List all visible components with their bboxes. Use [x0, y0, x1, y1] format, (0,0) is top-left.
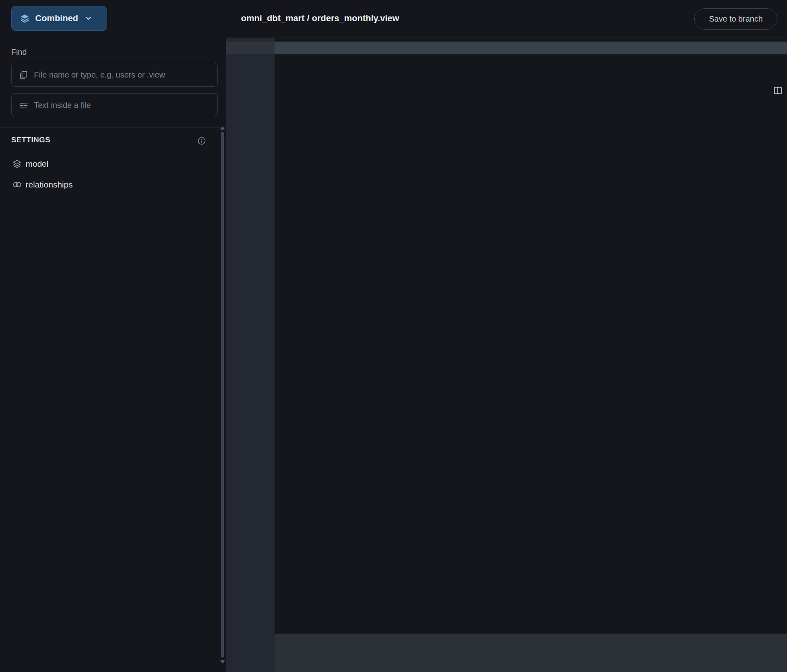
- app-root: Combined Find SETTINGSmodelrelationships: [0, 0, 787, 672]
- file-search-field: [11, 63, 218, 87]
- text-lines-icon: [18, 100, 29, 111]
- sidebar-item-relationships[interactable]: relationships: [0, 175, 220, 195]
- find-label: Find: [11, 48, 27, 57]
- text-search-input[interactable]: [12, 94, 217, 117]
- file-copy-icon: [18, 70, 29, 80]
- section-header-settings: SETTINGS: [11, 136, 50, 144]
- link-icon: [12, 179, 22, 190]
- page-title: omni_dbt_mart / orders_monthly.view: [241, 13, 399, 24]
- divider: [0, 39, 226, 39]
- editor-gutter: [226, 38, 275, 672]
- divider: [0, 128, 226, 128]
- main-pane: omni_dbt_mart / orders_monthly.view Save…: [226, 0, 787, 672]
- readonly-region-highlight: [275, 634, 787, 672]
- sidebar-item-model[interactable]: model: [0, 154, 220, 174]
- sidebar-item-relationships-label: relationships: [26, 180, 73, 189]
- layers-icon: [20, 13, 30, 24]
- comment-line-highlight: [275, 42, 787, 54]
- book-icon[interactable]: [772, 85, 784, 96]
- sidebar-scrollbar[interactable]: [221, 132, 224, 658]
- active-line-gutter: [226, 42, 275, 54]
- editor-header: omni_dbt_mart / orders_monthly.view Save…: [226, 0, 787, 38]
- layers-icon: [12, 159, 22, 169]
- sidebar-scrollbar-up-arrow[interactable]: [220, 126, 225, 130]
- chevron-down-icon: [84, 14, 92, 22]
- branch-name-label: Combined: [35, 13, 78, 24]
- code-editor: [226, 38, 787, 672]
- sidebar-scrollbar-down-arrow[interactable]: [220, 660, 225, 664]
- sidebar: Combined Find SETTINGSmodelrelationships: [0, 0, 226, 672]
- text-search-field: [11, 93, 218, 117]
- save-to-branch-button[interactable]: Save to branch: [694, 8, 777, 30]
- file-search-input[interactable]: [12, 63, 217, 86]
- info-icon[interactable]: [197, 136, 206, 146]
- sidebar-item-model-label: model: [26, 159, 48, 169]
- branch-selector-button[interactable]: Combined: [11, 6, 107, 31]
